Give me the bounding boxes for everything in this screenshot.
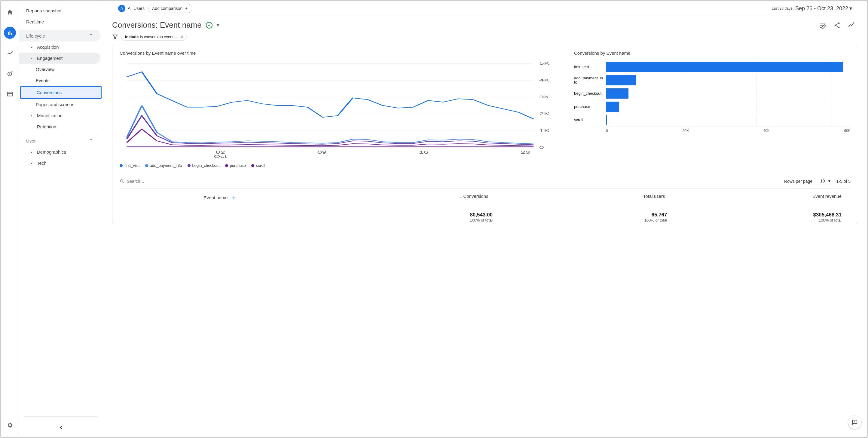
svg-text:23: 23 <box>521 150 530 155</box>
close-icon[interactable]: ✕ <box>180 34 184 39</box>
add-comparison-label: Add comparison <box>152 6 182 11</box>
sidebar: Reports snapshot Realtime Life cycle ⌃ ▸… <box>19 1 103 437</box>
svg-text:3K: 3K <box>539 95 550 99</box>
sidebar-sub-tech[interactable]: ▸Tech <box>19 158 100 169</box>
caret-right-icon: ▸ <box>31 114 34 117</box>
share-icon[interactable] <box>833 22 841 29</box>
bar-label: begin_checkout <box>574 91 604 96</box>
sidebar-leaf-events[interactable]: Events <box>19 75 103 86</box>
bar-track <box>606 74 850 86</box>
sidebar-sub-acquisition[interactable]: ▸Acquisition <box>19 41 100 53</box>
bar-label: first_visit <box>574 65 604 69</box>
svg-text:09: 09 <box>317 150 327 155</box>
legend-label: purchase <box>230 163 246 168</box>
rail-home[interactable] <box>4 6 16 18</box>
bar-row: begin_checkout <box>574 87 850 100</box>
sidebar-sub-label: Acquisition <box>37 44 59 50</box>
date-range-picker[interactable]: Sep 26 - Oct 23, 2022 ▾ <box>795 5 852 12</box>
caret-down-icon: ▾ <box>31 57 34 60</box>
rail-configure[interactable] <box>4 88 16 100</box>
legend-label: add_payment_info <box>150 163 182 168</box>
th-revenue[interactable]: Event revenue <box>674 194 850 202</box>
add-dimension-button[interactable]: ＋ <box>231 194 237 202</box>
th-users[interactable]: Total users <box>497 194 674 202</box>
bar-track <box>606 88 850 99</box>
sidebar-section-lifecycle[interactable]: Life cycle ⌃ <box>19 30 100 41</box>
sidebar-item-reports-snapshot[interactable]: Reports snapshot <box>19 5 100 16</box>
legend-item[interactable]: begin_checkout <box>188 163 220 168</box>
th-conversions[interactable]: ↓Conversions <box>321 194 497 202</box>
chevron-up-icon: ⌃ <box>89 33 93 38</box>
svg-text:Oct: Oct <box>214 155 227 159</box>
svg-text:2K: 2K <box>539 112 550 116</box>
table-header: Event name ＋ ↓Conversions Total users Ev… <box>120 188 850 207</box>
total-conversions: 80,543.00 <box>327 212 493 218</box>
legend-item[interactable]: purchase <box>225 163 246 168</box>
check-badge[interactable] <box>206 22 213 29</box>
total-conversions-sub: 100% of total <box>327 218 493 222</box>
bar-chart: first_visit add_payment_info begin_check… <box>574 60 850 151</box>
gear-icon <box>7 422 13 428</box>
report-card: Conversions by Event name over time 01K2… <box>112 45 858 224</box>
main: A All Users Add comparison ＋ Last 28 day… <box>103 1 867 437</box>
sidebar-collapse[interactable] <box>19 425 103 432</box>
home-icon <box>7 9 13 15</box>
section-lifecycle-label: Life cycle <box>26 33 45 38</box>
rail-admin[interactable] <box>4 419 16 431</box>
bar-label: add_payment_info <box>574 76 604 85</box>
sort-desc-icon: ↓ <box>460 194 462 199</box>
filter-chip[interactable]: Include Is conversion event … ✕ <box>121 33 187 40</box>
filter-icon[interactable] <box>112 34 118 40</box>
segment-label: All Users <box>128 6 145 11</box>
sidebar-sub-monetization[interactable]: ▸Monetization <box>19 110 100 121</box>
add-comparison-button[interactable]: Add comparison ＋ <box>148 4 192 13</box>
th-event-label: Event name <box>204 195 228 200</box>
customize-report-icon[interactable] <box>819 22 826 29</box>
sidebar-section-user[interactable]: User ⌃ <box>19 135 100 147</box>
svg-text:16: 16 <box>419 150 429 155</box>
rail-advertising[interactable] <box>4 68 16 80</box>
legend-item[interactable]: scroll <box>251 163 265 168</box>
sidebar-item-realtime[interactable]: Realtime <box>19 16 100 27</box>
section-user-label: User <box>26 138 36 144</box>
th-label: Event revenue <box>812 194 842 199</box>
search-input[interactable] <box>127 179 187 184</box>
svg-point-28 <box>121 180 123 182</box>
insights-icon[interactable] <box>848 22 855 29</box>
line-chart-legend: first_visitadd_payment_infobegin_checkou… <box>120 160 562 171</box>
filter-row: Include Is conversion event … ✕ <box>103 32 867 45</box>
svg-text:5K: 5K <box>539 61 550 66</box>
feedback-icon <box>851 419 858 426</box>
table-search[interactable] <box>120 179 187 184</box>
th-event: Event name ＋ <box>120 194 321 202</box>
legend-item[interactable]: first_visit <box>120 163 140 168</box>
segment-badge: A <box>118 5 125 12</box>
feedback-button[interactable] <box>848 416 861 429</box>
totals-row: 80,543.00 100% of total 65,767 100% of t… <box>120 207 850 224</box>
sidebar-sub-retention[interactable]: Retention <box>19 121 100 132</box>
sidebar-sub-engagement[interactable]: ▾Engagement <box>19 53 100 64</box>
caret-down-icon[interactable]: ▾ <box>217 22 219 28</box>
sidebar-leaf-pages-screens[interactable]: Pages and screens <box>19 99 103 110</box>
sidebar-leaf-overview[interactable]: Overview <box>19 64 103 75</box>
svg-text:4K: 4K <box>539 78 550 82</box>
svg-text:0: 0 <box>539 146 544 150</box>
rail-reports[interactable] <box>4 27 16 39</box>
table-toolbar: Rows per page: 10 ▾ 1-5 of 5 <box>120 174 850 188</box>
legend-item[interactable]: add_payment_info <box>145 163 182 168</box>
sidebar-sub-demographics[interactable]: ▸Demographics <box>19 147 100 158</box>
rows-per-page-select[interactable]: 10 ▾ <box>819 178 831 184</box>
segment-chip[interactable]: A All Users <box>118 5 145 12</box>
search-icon <box>120 179 124 184</box>
legend-dot-icon <box>225 164 228 167</box>
rail-explore[interactable] <box>4 47 16 59</box>
svg-point-8 <box>850 24 851 25</box>
sidebar-leaf-conversions[interactable]: Conversions <box>20 86 101 99</box>
caret-right-icon: ▸ <box>31 150 34 154</box>
sidebar-sub-label: Monetization <box>37 113 63 118</box>
line-chart: 01K2K3K4K5K02091623Oct <box>120 60 562 160</box>
icon-rail <box>1 1 19 437</box>
total-revenue: $305,468.31 <box>676 212 842 218</box>
bar-track <box>606 114 850 126</box>
page-title: Conversions: Event name <box>112 21 202 30</box>
